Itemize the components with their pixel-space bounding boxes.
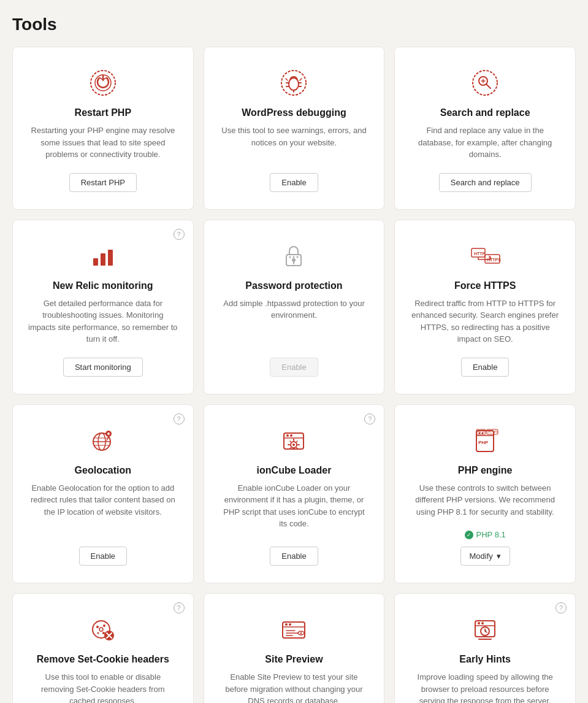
svg-point-40 [97, 632, 99, 634]
new-relic-icon [87, 240, 119, 272]
ioncube-icon [278, 424, 310, 456]
svg-point-46 [300, 632, 302, 634]
svg-text:PHP: PHP [478, 440, 489, 445]
svg-point-13 [297, 256, 299, 258]
svg-point-24 [290, 434, 292, 437]
php-version-label: PHP 8.1 [476, 530, 506, 539]
early-hints-icon [469, 613, 501, 645]
svg-rect-7 [101, 253, 105, 266]
svg-point-38 [103, 624, 105, 627]
card-remove-cookie: ? Remove Set-Cookie headers Use this too… [12, 593, 194, 703]
php-status-dot [465, 531, 473, 539]
card-restart-php-desc: Restarting your PHP engine may resolve s… [28, 125, 178, 161]
site-preview-icon [278, 613, 310, 645]
card-ioncube-desc: Enable ionCube Loader on your environmen… [219, 482, 370, 535]
ioncube-info-icon[interactable]: ? [364, 413, 375, 424]
card-force-https-title: Force HTTPS [454, 280, 516, 291]
card-early-hints-desc: Improve loading speed by allowing the br… [410, 671, 560, 703]
svg-point-48 [478, 622, 480, 624]
card-site-preview-desc: Enable Site Preview to test your site be… [219, 671, 370, 703]
svg-point-11 [289, 256, 291, 258]
early-hints-info-icon[interactable]: ? [556, 602, 567, 613]
start-monitoring-button[interactable]: Start monitoring [63, 358, 143, 377]
card-force-https: HTTP HTTPS Force HTTPS Redirect traffic … [394, 220, 576, 394]
wordpress-debugging-button[interactable]: Enable [270, 173, 318, 192]
force-https-button[interactable]: Enable [461, 358, 509, 377]
remove-cookie-info-icon[interactable]: ? [174, 602, 185, 613]
card-search-replace: Search and replace Find and replace any … [394, 47, 576, 210]
card-remove-cookie-title: Remove Set-Cookie headers [37, 654, 169, 665]
card-restart-php: Restart PHP Restarting your PHP engine m… [12, 47, 194, 210]
card-search-replace-desc: Find and replace any value in the databa… [410, 125, 560, 161]
svg-point-37 [96, 626, 99, 628]
card-force-https-desc: Redirect traffic from HTTP to HTTPS for … [410, 298, 560, 345]
svg-point-26 [292, 444, 295, 446]
search-replace-button[interactable]: Search and replace [439, 173, 532, 192]
svg-text:HTTPS: HTTPS [488, 430, 498, 434]
new-relic-info-icon[interactable]: ? [174, 229, 185, 240]
card-wordpress-debugging-title: WordPress debugging [242, 107, 346, 118]
geolocation-button[interactable]: Enable [79, 547, 127, 566]
card-password-protection: Password protection Add simple .htpasswd… [204, 220, 385, 394]
card-site-preview: Site Preview Enable Site Preview to test… [204, 593, 385, 703]
card-php-engine-title: PHP engine [458, 465, 513, 476]
password-protection-button: Enable [270, 358, 318, 377]
geolocation-info-icon[interactable]: ? [174, 413, 185, 424]
svg-rect-8 [108, 250, 113, 266]
card-php-engine: PHP HTTP HTTPS PHP engine Use these cont… [394, 404, 576, 584]
svg-point-12 [293, 256, 295, 258]
wordpress-debug-icon [278, 67, 310, 99]
restart-php-button[interactable]: Restart PHP [69, 173, 137, 192]
card-new-relic-title: New Relic monitoring [53, 280, 153, 291]
svg-point-36 [99, 628, 103, 631]
card-ioncube-title: ionCube Loader [257, 465, 332, 476]
svg-text:HTTP: HTTP [474, 252, 486, 256]
card-search-replace-title: Search and replace [440, 107, 530, 118]
svg-point-44 [289, 623, 291, 626]
modify-label: Modify [470, 551, 493, 561]
ioncube-button[interactable]: Enable [270, 547, 318, 566]
card-geolocation-desc: Enable Geolocation for the option to add… [28, 482, 178, 535]
svg-rect-6 [93, 258, 98, 266]
cookie-icon [87, 613, 119, 645]
card-password-protection-title: Password protection [245, 280, 342, 291]
svg-point-39 [102, 632, 105, 634]
svg-point-23 [286, 434, 289, 437]
tools-grid: Restart PHP Restarting your PHP engine m… [12, 47, 576, 703]
restart-php-icon [87, 67, 119, 99]
modify-chevron-icon: ▾ [497, 551, 501, 561]
php-version-status: PHP 8.1 [465, 530, 506, 539]
card-new-relic-desc: Get detailed performance data for troubl… [28, 298, 178, 345]
card-early-hints-title: Early Hints [459, 654, 511, 665]
card-geolocation-title: Geolocation [75, 465, 131, 476]
page-title: Tools [12, 15, 576, 34]
card-early-hints: ? Early Hints Improve loading speed by a… [394, 593, 576, 703]
card-php-engine-desc: Use these controls to switch between dif… [410, 482, 560, 518]
php-modify-button[interactable]: Modify ▾ [460, 547, 510, 566]
password-icon [278, 240, 310, 272]
svg-point-21 [107, 432, 110, 435]
card-restart-php-title: Restart PHP [75, 107, 131, 118]
card-password-protection-desc: Add simple .htpasswd protection to your … [219, 298, 370, 345]
card-ioncube: ? ionCube Loader Enable ionCube Loader o… [204, 404, 385, 584]
svg-point-0 [91, 71, 115, 95]
card-new-relic: ? New Relic monitoring Get detailed perf… [12, 220, 194, 394]
card-geolocation: ? Geolocation Enable Geolocation for the… [12, 404, 194, 584]
card-site-preview-title: Site Preview [265, 654, 323, 665]
php-engine-icon: PHP HTTP HTTPS [469, 424, 501, 456]
card-wordpress-debugging-desc: Use this tool to see warnings, errors, a… [219, 125, 370, 161]
card-remove-cookie-desc: Use this tool to enable or disable remov… [28, 671, 178, 703]
card-wordpress-debugging: WordPress debugging Use this tool to see… [204, 47, 385, 210]
svg-point-49 [481, 622, 484, 624]
svg-point-4 [473, 71, 497, 95]
svg-point-43 [285, 623, 288, 626]
svg-text:HTTP: HTTP [478, 430, 486, 434]
https-icon: HTTP HTTPS [469, 240, 501, 272]
geolocation-icon [87, 424, 119, 456]
search-replace-icon [469, 67, 501, 99]
